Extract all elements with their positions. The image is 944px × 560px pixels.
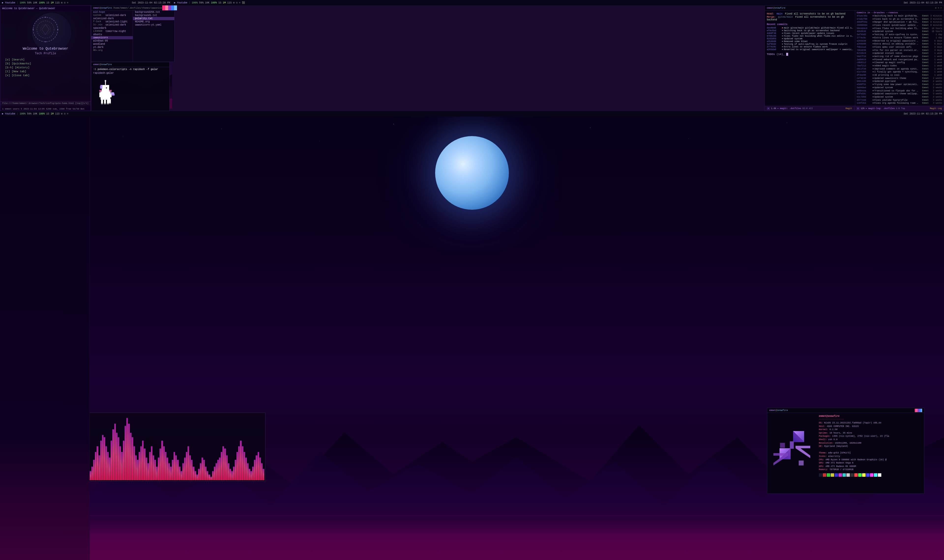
svg-rect-45 [780, 443, 785, 448]
magit-window: emmet@snowfire ⊞ ≡ × Head: main Fixed al… [765, 5, 944, 111]
qb-logo [31, 15, 60, 44]
vis-bar-65 [203, 460, 205, 480]
log-entry-18[interactable]: e011f28 ● Improved comment on agenda syn… [857, 68, 942, 71]
taskbar-bottom-youtube[interactable]: Youtube [5, 112, 15, 115]
commit-2774c0c[interactable]: 2774c0c ● Extra lines to ensure flakes w… [767, 46, 853, 48]
nf-host: Host: ASUS COMPUTER INC. G312V [819, 425, 922, 428]
commit-0700c8d[interactable]: 0700c8d ● Fixes flake not building when … [767, 35, 853, 37]
taskbar-bottom-sep: | [17, 112, 18, 115]
qb-nav-search[interactable]: [o] [Search] [5, 58, 86, 61]
file-readme[interactable]: README.org [133, 20, 174, 23]
taskbar-right-youtube[interactable]: Youtube [177, 2, 187, 4]
vis-bar-68 [208, 474, 210, 480]
log-entry-28[interactable]: d37710d ● Fixes youtube hyprprofile Emme… [857, 99, 942, 102]
bstar-5 [393, 124, 394, 124]
bstar-7 [590, 128, 591, 128]
log-entry-12[interactable]: 7004838 ● Fix for nix parser on install.… [857, 49, 942, 52]
commit-ef0c5bd[interactable]: ef0c5bd ● Switching back to gh as screen… [767, 29, 853, 32]
log-entry-16[interactable]: c0b8312 ● Cleaned up magit config Emmet … [857, 62, 942, 65]
log-entry-10[interactable]: a265dd0 ● Extra detail on adding unstabl… [857, 43, 942, 46]
commit-a265da0[interactable]: a265da0 ● Reverted to original uwwunicor… [767, 48, 853, 51]
log-entry-21[interactable]: cefd230 ● Updated uwwunicorn theme Emmet… [857, 77, 942, 80]
file-entry-readme[interactable]: RE=.org [91, 49, 133, 52]
commit-5af93d2[interactable]: 5af93d2 ● Testing if auto-cpufreq is sys… [767, 43, 853, 45]
magit-mode-label: Magit [845, 107, 852, 110]
magit-status-left-text: 1.0k [771, 107, 776, 110]
log-entry-6[interactable]: 495d630 ● Updated system Emmet 18 hours [857, 30, 942, 33]
taskbar-right-bat3: 10€ [205, 2, 210, 4]
log-entry-13[interactable]: 0c51bc0 ● Updated install notes Emmet 1 … [857, 52, 942, 55]
file-entry-spacedark[interactable]: spacedark [91, 26, 133, 30]
log-entry-5[interactable]: bb64d4c0 ● Fixes flake not building when… [857, 27, 942, 30]
vis-bar-66 [205, 467, 207, 480]
svg-rect-14 [102, 85, 109, 92]
qb-nav-history[interactable]: [S-h] [History] [5, 66, 86, 69]
vis-bar-87 [242, 446, 244, 480]
commit-4460f30[interactable]: 4460f30 ● Fixes recent qutebrowser updat… [767, 32, 853, 35]
vis-bar-33 [148, 463, 149, 480]
file-bg1[interactable]: background1.txt [133, 14, 174, 17]
svg-rect-21 [101, 99, 103, 104]
log-entry-1[interactable]: d7a4c38a ● Switching back to main github… [857, 15, 942, 18]
file-entry-license[interactable]: LICENSEtomorrow-night [91, 30, 133, 33]
file-entry-selenized2[interactable]: selenized-dark [91, 17, 133, 20]
log-entry-3[interactable]: 4060f04a ● Ranger dnd optimization + qb … [857, 21, 942, 24]
svg-rect-44 [799, 460, 804, 465]
log-entry-26[interactable]: e4fe50c ● Updated uwwunicorn theme wallp… [857, 92, 942, 95]
bottom-wallpaper: emmet@snowfire [0, 117, 944, 560]
vis-bar-19 [123, 441, 124, 480]
qb-nav-quickmarks[interactable]: [b] [Quickmarks] [5, 62, 86, 65]
log-entry-2[interactable]: e7a6cf88 ● Fixes back to gh as screensho… [857, 18, 942, 21]
file-polarity[interactable]: polarity.txt [133, 17, 174, 20]
qb-nav-close[interactable]: [x] [Close tab] [5, 74, 86, 77]
vis-bar-55 [186, 452, 187, 480]
taskbar-youtube[interactable]: Youtube [5, 2, 15, 4]
file-entry-ubuntu[interactable]: ubuntu [91, 33, 133, 36]
file-entry-windows95[interactable]: windows-95 [91, 39, 133, 43]
svg-rect-30 [99, 90, 102, 92]
vis-bar-75 [221, 452, 222, 480]
log-entry-4[interactable]: 26000884 ● Fixes recent qutebrowser upda… [857, 24, 942, 27]
pokemon-sprite-area [91, 75, 170, 111]
log-entry-15[interactable]: 3a0b019 ● Pinned embark and reorganized … [857, 58, 942, 62]
log-entry-9[interactable]: a265d30 ● Reverted to original uwwunicor… [857, 40, 942, 43]
file-entry-woodland[interactable]: woodland [91, 43, 133, 46]
file-entry-aid[interactable]: aid-hope [91, 11, 133, 14]
log-entry-8[interactable]: 2774c0c ● Extra lines to ensure flakes w… [857, 37, 942, 40]
vis-bar-64 [202, 458, 203, 480]
commit-dee0888[interactable]: dee0888 ● main gitea/main gitlab/main gi… [767, 27, 853, 29]
log-entry-14[interactable]: 50d7f18 ● Getting rid of some electron p… [857, 55, 942, 58]
file-entry-system[interactable]: systemselenized-dark [91, 14, 133, 17]
log-entry-24[interactable]: 5a94da4 ● Updated system Emmet 2 weeks [857, 86, 942, 89]
commit-82d2d03[interactable]: 82d2d03 ● Updated system [767, 38, 853, 40]
taskbar-right-icons: ⊞ ⊡ ≡ ⬛ [233, 1, 245, 4]
log-entry-17[interactable]: 79af212 ● Added magit-todos Emmet 1 week [857, 65, 942, 68]
vis-bar-43 [165, 452, 167, 480]
vis-bar-4 [97, 446, 98, 480]
log-entry-29[interactable]: 138f364 ● Fixes org agenda following roa… [857, 102, 942, 105]
magit-status-bars: ● 1.0k ✦ magit: .dotfiles 32:0 All Magit… [765, 106, 944, 111]
commit-a95ddd0[interactable]: a95ddd0 ● Removed some bloat [767, 40, 853, 43]
log-entry-7[interactable]: 5af93d2 ● Testing if auto-cpufreq is sys… [857, 34, 942, 36]
log-entry-25[interactable]: a08b44a ● Transitioned to flatpak obs fo… [857, 90, 942, 92]
file-yaml[interactable]: uwwunicorn-yt.yaml [133, 23, 174, 26]
vis-bar-81 [231, 471, 233, 480]
file-entry-flock[interactable]: f-lockselenized-light [91, 20, 133, 23]
log-entry-11[interactable]: f0b11a4 ● Fixes qemu user session uefi E… [857, 46, 942, 49]
vis-bar-5 [99, 455, 100, 480]
file-bg256[interactable]: background256.txt [133, 11, 174, 14]
taskbar-divider: | [17, 2, 18, 4]
svg-rect-31 [109, 90, 112, 92]
log-entry-20[interactable]: df4ee00 ● 3d printing is cool Emmet 1 we… [857, 74, 942, 77]
file-entry-ytdark[interactable]: yt-dark [91, 46, 133, 49]
vis-bar-72 [216, 463, 217, 480]
log-entry-22[interactable]: b00c4d0 ● Updated pyprland Emmet 2 weeks [857, 80, 942, 83]
file-entry-ltnix[interactable]: lt-.nixselenized-dark [91, 23, 133, 26]
qb-nav-newtab[interactable]: [t] [New tab] [5, 70, 86, 73]
log-entry-27[interactable]: b3c7d0d ● Updated system Emmet 3 weeks [857, 96, 942, 99]
vis-bar-21 [126, 418, 128, 480]
file-entry-uwwunicorn[interactable]: uwwunicorn [91, 36, 133, 39]
vis-bar-8 [104, 437, 105, 480]
log-entry-19[interactable]: e1e7259 ● I finally got agenda + syncthi… [857, 71, 942, 74]
log-entry-23[interactable]: e500f51 ● Trying some new power optimiza… [857, 83, 942, 86]
